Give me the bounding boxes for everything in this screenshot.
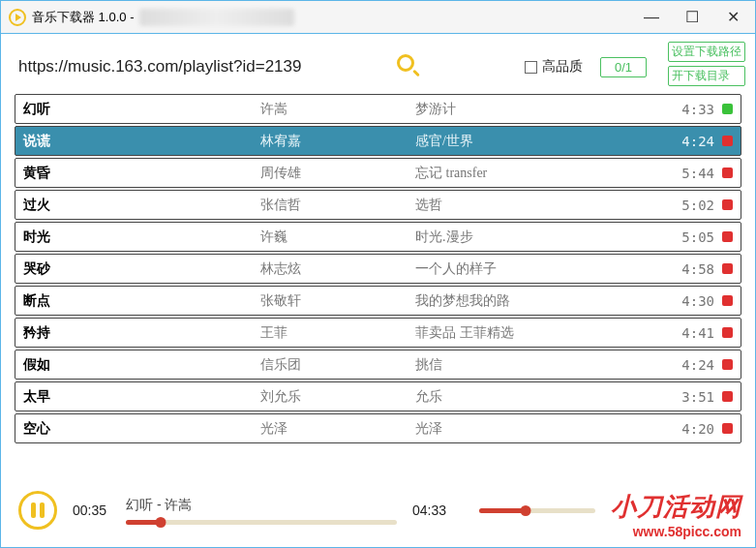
status-dot bbox=[722, 136, 733, 146]
track-duration: 4:33 bbox=[666, 102, 714, 117]
status-dot bbox=[722, 167, 733, 178]
progress-bar[interactable] bbox=[126, 520, 397, 525]
track-artist: 许巍 bbox=[260, 228, 415, 246]
track-artist: 光泽 bbox=[260, 420, 415, 438]
track-title: 太早 bbox=[23, 388, 260, 406]
status-dot bbox=[722, 199, 733, 210]
toolbar: 高品质 0/1 bbox=[1, 34, 755, 94]
track-row[interactable]: 过火张信哲选哲5:02 bbox=[15, 190, 741, 220]
track-title: 空心 bbox=[23, 420, 260, 438]
status-dot bbox=[722, 423, 733, 434]
track-artist: 刘允乐 bbox=[260, 388, 415, 406]
track-album: 菲卖品 王菲精选 bbox=[415, 324, 666, 342]
elapsed-time: 00:35 bbox=[73, 502, 106, 518]
high-quality-checkbox[interactable]: 高品质 bbox=[525, 58, 583, 76]
track-row[interactable]: 太早刘允乐允乐3:51 bbox=[15, 381, 741, 411]
track-row[interactable]: 空心光泽光泽4:20 bbox=[15, 413, 741, 443]
close-button[interactable]: ✕ bbox=[726, 11, 740, 24]
now-playing-label: 幻听 - 许嵩 bbox=[126, 497, 397, 514]
track-album: 挑信 bbox=[415, 356, 666, 374]
maximize-button[interactable]: ☐ bbox=[685, 11, 699, 24]
track-title: 过火 bbox=[23, 197, 260, 214]
track-row[interactable]: 假如信乐团挑信4:24 bbox=[15, 350, 741, 380]
total-time: 04:33 bbox=[412, 502, 446, 518]
track-artist: 信乐团 bbox=[260, 356, 415, 374]
track-album: 光泽 bbox=[415, 420, 666, 438]
status-dot bbox=[722, 231, 733, 242]
track-duration: 4:30 bbox=[666, 293, 714, 309]
open-download-dir-button[interactable]: 开下载目录 bbox=[668, 66, 745, 86]
track-title: 断点 bbox=[23, 292, 260, 310]
track-title: 幻听 bbox=[23, 101, 260, 118]
download-counter: 0/1 bbox=[600, 57, 647, 77]
track-duration: 4:24 bbox=[666, 134, 714, 149]
track-album: 我的梦想我的路 bbox=[415, 292, 666, 310]
pause-icon bbox=[31, 502, 45, 518]
status-dot bbox=[722, 295, 733, 306]
status-dot bbox=[722, 104, 733, 114]
track-duration: 4:41 bbox=[666, 325, 714, 341]
url-input[interactable] bbox=[18, 57, 386, 76]
track-title: 矜持 bbox=[23, 324, 260, 342]
track-album: 忘记 transfer bbox=[415, 165, 666, 182]
track-row[interactable]: 断点张敬轩我的梦想我的路4:30 bbox=[15, 286, 741, 316]
track-row[interactable]: 黄昏周传雄忘记 transfer5:44 bbox=[15, 158, 741, 188]
track-title: 时光 bbox=[23, 228, 260, 246]
track-artist: 张信哲 bbox=[260, 197, 415, 214]
track-album: 允乐 bbox=[415, 388, 666, 406]
watermark: 小刀活动网 www.58picc.com bbox=[611, 490, 741, 539]
track-title: 说谎 bbox=[23, 133, 260, 150]
track-duration: 5:02 bbox=[666, 198, 714, 213]
track-album: 一个人的样子 bbox=[415, 260, 666, 278]
track-artist: 林志炫 bbox=[260, 260, 415, 278]
track-duration: 5:44 bbox=[666, 166, 714, 181]
track-duration: 4:24 bbox=[666, 357, 714, 373]
track-duration: 4:58 bbox=[666, 261, 714, 277]
track-row[interactable]: 说谎林宥嘉感官/世界4:24 bbox=[15, 126, 741, 156]
track-duration: 5:05 bbox=[666, 229, 714, 245]
title-blur bbox=[139, 9, 294, 26]
track-album: 时光.漫步 bbox=[415, 228, 666, 246]
track-list: 幻听许嵩梦游计4:33说谎林宥嘉感官/世界4:24黄昏周传雄忘记 transfe… bbox=[1, 94, 755, 454]
track-title: 哭砂 bbox=[23, 260, 260, 278]
track-artist: 周传雄 bbox=[260, 165, 415, 182]
app-icon bbox=[9, 9, 26, 26]
track-row[interactable]: 矜持王菲菲卖品 王菲精选4:41 bbox=[15, 318, 741, 348]
status-dot bbox=[722, 359, 733, 370]
track-duration: 3:51 bbox=[666, 389, 714, 405]
track-title: 假如 bbox=[23, 356, 260, 374]
track-artist: 张敬轩 bbox=[260, 292, 415, 310]
status-dot bbox=[722, 263, 733, 274]
status-dot bbox=[722, 391, 733, 402]
track-album: 感官/世界 bbox=[415, 133, 666, 150]
pause-button[interactable] bbox=[18, 491, 57, 530]
volume-bar[interactable] bbox=[479, 508, 595, 513]
track-row[interactable]: 时光许巍时光.漫步5:05 bbox=[15, 222, 741, 252]
track-row[interactable]: 幻听许嵩梦游计4:33 bbox=[15, 94, 741, 124]
search-icon[interactable] bbox=[396, 53, 423, 80]
track-title: 黄昏 bbox=[23, 165, 260, 182]
titlebar: 音乐下载器 1.0.0 - — ☐ ✕ bbox=[1, 1, 755, 34]
track-album: 选哲 bbox=[415, 197, 666, 214]
window-title: 音乐下载器 1.0.0 - bbox=[32, 9, 134, 26]
set-download-path-button[interactable]: 设置下载路径 bbox=[668, 42, 745, 62]
track-artist: 许嵩 bbox=[260, 101, 415, 118]
checkbox-icon bbox=[525, 61, 537, 74]
track-album: 梦游计 bbox=[415, 101, 666, 118]
track-artist: 王菲 bbox=[260, 324, 415, 342]
status-dot bbox=[722, 327, 733, 338]
minimize-button[interactable]: — bbox=[645, 11, 658, 24]
track-artist: 林宥嘉 bbox=[260, 133, 415, 150]
track-duration: 4:20 bbox=[666, 421, 714, 437]
track-row[interactable]: 哭砂林志炫一个人的样子4:58 bbox=[15, 254, 741, 284]
